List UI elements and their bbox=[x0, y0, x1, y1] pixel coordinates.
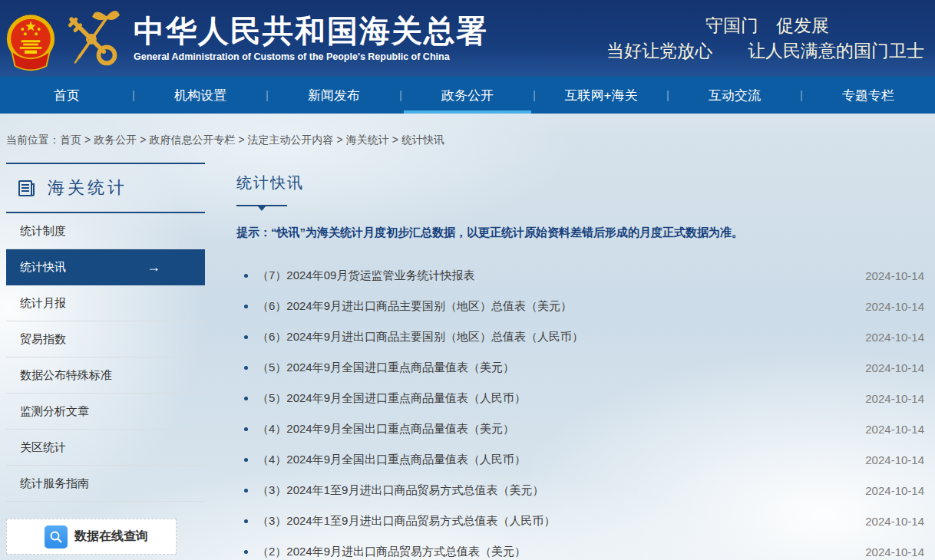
sidebar-item-label: 统计制度 bbox=[20, 224, 66, 239]
nav-item[interactable]: 专题专栏 bbox=[801, 77, 935, 114]
article-row: （3）2024年1至9月进出口商品贸易方式总值表（美元）2024-10-14 bbox=[236, 475, 924, 506]
breadcrumb-link[interactable]: 统计快讯 bbox=[401, 133, 444, 146]
article-link[interactable]: （4）2024年9月全国出口重点商品量值表（人民币） bbox=[257, 453, 526, 467]
bullet-icon bbox=[244, 458, 248, 462]
article-row: （4）2024年9月全国出口重点商品量值表（人民币）2024-10-14 bbox=[236, 444, 924, 475]
bullet-icon bbox=[244, 397, 248, 400]
article-row: （6）2024年9月进出口商品主要国别（地区）总值表（美元）2024-10-14 bbox=[236, 291, 924, 321]
bullet-icon bbox=[244, 427, 248, 431]
search-icon bbox=[45, 525, 68, 548]
article-date: 2024-10-14 bbox=[865, 453, 924, 466]
document-icon bbox=[17, 178, 37, 198]
breadcrumb-separator: > bbox=[337, 133, 343, 146]
article-link[interactable]: （6）2024年9月进出口商品主要国别（地区）总值表（人民币） bbox=[257, 330, 583, 344]
article-link[interactable]: （6）2024年9月进出口商品主要国别（地区）总值表（美元） bbox=[257, 299, 572, 314]
article-row: （3）2024年1至9月进出口商品贸易方式总值表（人民币）2024-10-14 bbox=[236, 506, 924, 536]
breadcrumb: 当前位置：首页>政务公开>政府信息公开专栏>法定主动公开内容>海关统计>统计快讯 bbox=[0, 114, 935, 163]
sidebar-item[interactable]: 监测分析文章 bbox=[6, 394, 205, 430]
sidebar-item-label: 关区统计 bbox=[20, 440, 66, 455]
nav-item[interactable]: 互联网+海关 bbox=[534, 77, 668, 114]
slogan-line-2: 当好让党放心 让人民满意的国门卫士 bbox=[606, 38, 924, 64]
title-underline bbox=[236, 205, 287, 206]
breadcrumb-link[interactable]: 政务公开 bbox=[94, 133, 137, 146]
article-date: 2024-10-14 bbox=[865, 392, 924, 405]
sidebar-item[interactable]: 统计快讯→ bbox=[6, 249, 205, 285]
sidebar-item-label: 统计服务指南 bbox=[20, 476, 89, 491]
article-date: 2024-10-14 bbox=[865, 269, 924, 282]
breadcrumb-link[interactable]: 法定主动公开内容 bbox=[248, 133, 334, 146]
bullet-icon bbox=[244, 335, 248, 339]
article-link[interactable]: （5）2024年9月全国进口重点商品量值表（美元） bbox=[257, 361, 514, 375]
article-date: 2024-10-14 bbox=[865, 484, 924, 497]
bullet-icon bbox=[244, 489, 248, 492]
content-area: 海关统计 统计制度统计快讯→统计月报贸易指数数据公布特殊标准监测分析文章关区统计… bbox=[0, 163, 935, 560]
arrow-right-icon: → bbox=[147, 259, 160, 275]
sidebar-item[interactable]: 关区统计 bbox=[6, 430, 205, 466]
sidebar-item[interactable]: 贸易指数 bbox=[6, 321, 205, 357]
breadcrumb-separator: > bbox=[392, 133, 398, 146]
sidebar-title: 海关统计 bbox=[48, 176, 127, 199]
site-header: 中华人民共和国海关总署 General Administration of Cu… bbox=[0, 0, 935, 77]
article-row: （4）2024年9月全国出口重点商品量值表（美元）2024-10-14 bbox=[236, 413, 924, 444]
site-title: 中华人民共和国海关总署 bbox=[134, 15, 488, 48]
article-date: 2024-10-14 bbox=[865, 545, 924, 558]
article-link[interactable]: （3）2024年1至9月进出口商品贸易方式总值表（人民币） bbox=[257, 514, 555, 529]
sidebar-item[interactable]: 数据公布特殊标准 bbox=[6, 357, 205, 394]
sidebar-item-label: 统计月报 bbox=[20, 296, 66, 311]
sidebar-header: 海关统计 bbox=[6, 163, 205, 213]
nav-item[interactable]: 机构设置 bbox=[134, 77, 267, 114]
page-title: 统计快讯 bbox=[236, 173, 924, 193]
tip-text: 提示：“快讯”为海关统计月度初步汇总数据，以更正统计原始资料差错后形成的月度正式… bbox=[236, 226, 924, 240]
sidebar-item[interactable]: 统计月报 bbox=[6, 285, 205, 321]
sidebar: 海关统计 统计制度统计快讯→统计月报贸易指数数据公布特殊标准监测分析文章关区统计… bbox=[6, 163, 205, 555]
nav-item[interactable]: 互动交流 bbox=[668, 77, 801, 114]
data-query-button[interactable]: 数据在线查询 bbox=[6, 519, 177, 555]
bullet-icon bbox=[244, 519, 248, 523]
breadcrumb-prefix: 当前位置： bbox=[6, 133, 60, 146]
article-date: 2024-10-14 bbox=[865, 300, 924, 313]
nav-item[interactable]: 新闻发布 bbox=[267, 77, 401, 114]
article-link[interactable]: （5）2024年9月全国进口重点商品量值表（人民币） bbox=[257, 391, 526, 406]
slogan-line-1: 守国门 促发展 bbox=[606, 13, 924, 38]
main-nav: 首页机构设置新闻发布政务公开互联网+海关互动交流专题专栏 bbox=[0, 77, 935, 114]
breadcrumb-separator: > bbox=[84, 133, 91, 146]
article-row: （5）2024年9月全国进口重点商品量值表（美元）2024-10-14 bbox=[236, 352, 924, 383]
sidebar-item[interactable]: 统计服务指南 bbox=[6, 466, 205, 502]
bullet-icon bbox=[244, 274, 248, 278]
sidebar-menu: 统计制度统计快讯→统计月报贸易指数数据公布特殊标准监测分析文章关区统计统计服务指… bbox=[6, 213, 205, 502]
bullet-icon bbox=[244, 366, 248, 370]
sidebar-item-label: 监测分析文章 bbox=[20, 404, 89, 419]
article-row: （7）2024年09月货运监管业务统计快报表2024-10-14 bbox=[236, 260, 924, 291]
article-link[interactable]: （7）2024年09月货运监管业务统计快报表 bbox=[257, 268, 474, 283]
breadcrumb-items: 首页>政务公开>政府信息公开专栏>法定主动公开内容>海关统计>统计快讯 bbox=[60, 133, 444, 146]
breadcrumb-separator: > bbox=[238, 133, 244, 146]
sidebar-item-label: 统计快讯 bbox=[20, 260, 66, 275]
bullet-icon bbox=[244, 550, 248, 554]
nav-item[interactable]: 首页 bbox=[0, 77, 134, 114]
article-link[interactable]: （2）2024年9月进出口商品贸易方式总值表（美元） bbox=[257, 545, 526, 559]
article-row: （6）2024年9月进出口商品主要国别（地区）总值表（人民币）2024-10-1… bbox=[236, 321, 924, 352]
site-subtitle: General Administration of Customs of the… bbox=[134, 51, 488, 62]
breadcrumb-separator: > bbox=[140, 133, 146, 146]
article-link[interactable]: （4）2024年9月全国出口重点商品量值表（美元） bbox=[257, 422, 514, 436]
breadcrumb-link[interactable]: 首页 bbox=[60, 133, 81, 146]
sidebar-item-label: 数据公布特殊标准 bbox=[20, 368, 112, 383]
article-date: 2024-10-14 bbox=[865, 361, 924, 374]
sidebar-item-label: 贸易指数 bbox=[20, 332, 66, 347]
breadcrumb-link[interactable]: 海关统计 bbox=[346, 133, 389, 146]
national-emblem-icon bbox=[6, 8, 55, 74]
nav-item[interactable]: 政务公开 bbox=[401, 77, 534, 114]
article-date: 2024-10-14 bbox=[865, 423, 924, 436]
article-date: 2024-10-14 bbox=[865, 515, 924, 528]
sidebar-item[interactable]: 统计制度 bbox=[6, 213, 205, 249]
article-list: （7）2024年09月货运监管业务统计快报表2024-10-14（6）2024年… bbox=[236, 260, 924, 560]
header-slogan: 守国门 促发展 当好让党放心 让人民满意的国门卫士 bbox=[606, 13, 935, 64]
article-row: （2）2024年9月进出口商品贸易方式总值表（美元）2024-10-14 bbox=[236, 536, 924, 560]
bullet-icon bbox=[244, 305, 248, 308]
article-date: 2024-10-14 bbox=[865, 331, 924, 344]
customs-logo-icon bbox=[58, 6, 123, 71]
data-query-label: 数据在线查询 bbox=[74, 529, 148, 545]
breadcrumb-link[interactable]: 政府信息公开专栏 bbox=[149, 133, 235, 146]
article-link[interactable]: （3）2024年1至9月进出口商品贸易方式总值表（美元） bbox=[257, 483, 543, 498]
main-panel: 统计快讯 提示：“快讯”为海关统计月度初步汇总数据，以更正统计原始资料差错后形成… bbox=[236, 163, 924, 560]
